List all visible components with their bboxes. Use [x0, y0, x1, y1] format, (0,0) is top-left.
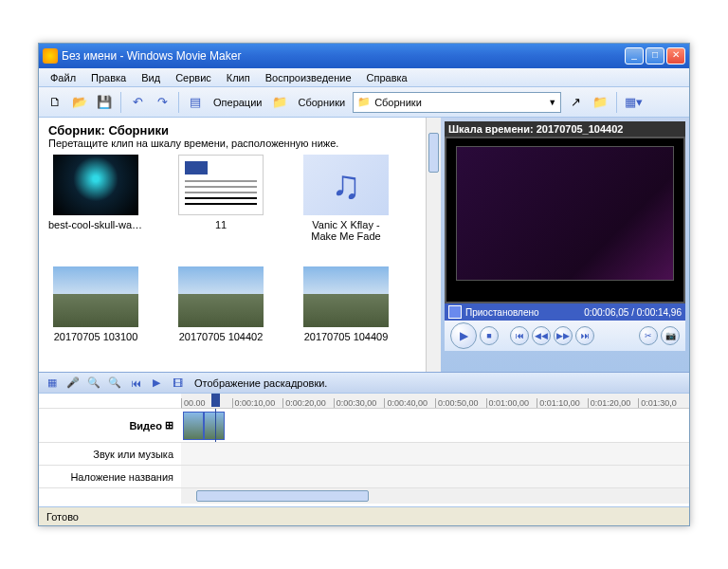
- menu-play[interactable]: Воспроизведение: [258, 70, 359, 85]
- thumbnail-grid: best-cool-skull-wallpap... 11 Vanic X Kf…: [48, 155, 416, 342]
- undo-button[interactable]: ↶: [127, 92, 148, 113]
- menubar: Файл Правка Вид Сервис Клип Воспроизведе…: [39, 68, 689, 87]
- titlebar[interactable]: Без имени - Windows Movie Maker _ □ ✕: [39, 44, 689, 68]
- preview-screen[interactable]: [445, 137, 685, 303]
- storyboard-icon[interactable]: 🎞: [170, 376, 185, 391]
- zoom-in-button[interactable]: 🔍: [86, 376, 101, 391]
- thumbnail-label: 20170705 104402: [173, 331, 268, 342]
- timeline-tool-1[interactable]: ▦: [45, 376, 60, 391]
- timeline-rewind-button[interactable]: ⏮: [128, 376, 143, 391]
- vertical-scrollbar[interactable]: [426, 118, 441, 372]
- menu-file[interactable]: Файл: [43, 70, 83, 85]
- menu-clip[interactable]: Клип: [219, 70, 258, 85]
- up-level-button[interactable]: ↗: [565, 92, 586, 113]
- open-button[interactable]: 📂: [69, 92, 90, 113]
- zoom-out-button[interactable]: 🔍: [107, 376, 122, 391]
- collections-label[interactable]: Сборники: [294, 97, 349, 108]
- save-button[interactable]: 💾: [94, 92, 115, 113]
- ruler-label-spacer: [39, 394, 181, 409]
- collection-title: Сборник: Сборники: [48, 123, 416, 138]
- preview-title: Шкала времени: 20170705_104402: [445, 121, 685, 137]
- thumbnail-label: 20170705 104409: [299, 331, 393, 342]
- storyboard-label[interactable]: Отображение раскадровки.: [194, 377, 327, 389]
- clip-thumbnail[interactable]: Vanic X Kflay - Make Me Fade: [299, 155, 393, 242]
- time-tick: 0:01:00,00: [486, 398, 537, 408]
- play-button[interactable]: ▶: [450, 322, 477, 349]
- toolbar-separator: [178, 92, 179, 113]
- window-controls: _ □ ✕: [625, 47, 685, 64]
- window-title: Без имени - Windows Movie Maker: [62, 49, 625, 63]
- thumbnail-image: [303, 155, 389, 215]
- collection-pane: Сборник: Сборники Перетащите клип на шка…: [39, 118, 426, 372]
- new-button[interactable]: 🗋: [45, 92, 65, 113]
- close-button[interactable]: ✕: [666, 47, 685, 64]
- timeline-clip[interactable]: [204, 412, 225, 440]
- thumbnail-image: [178, 266, 264, 327]
- time-tick: 0:00:50,00: [435, 398, 486, 408]
- time-tick: 0:00:10,00: [232, 398, 283, 408]
- thumbnail-label: 11: [173, 219, 268, 230]
- preview-status-bar: Приостановлено 0:00:06,05 / 0:00:14,96: [445, 303, 685, 321]
- app-icon: [43, 48, 58, 64]
- minimize-button[interactable]: _: [625, 47, 644, 64]
- menu-service[interactable]: Сервис: [168, 70, 219, 85]
- preview-controls: ▶ ■ ⏮ ◀◀ ▶▶ ⏭ ✂ 📷: [445, 321, 685, 351]
- video-track[interactable]: [181, 409, 689, 443]
- clip-thumbnail[interactable]: 11: [173, 155, 268, 242]
- rewind-button[interactable]: ◀◀: [532, 326, 551, 345]
- statusbar: Готово: [39, 506, 689, 525]
- chevron-down-icon: ▼: [548, 98, 556, 107]
- redo-button[interactable]: ↷: [152, 92, 173, 113]
- menu-edit[interactable]: Правка: [83, 70, 134, 85]
- prev-button[interactable]: ⏮: [510, 326, 529, 345]
- clip-thumbnail[interactable]: 20170705 104409: [299, 266, 393, 342]
- title-overlay-track[interactable]: [181, 466, 689, 488]
- thumbnail-image: [53, 155, 138, 215]
- narrate-button[interactable]: 🎤: [65, 376, 81, 391]
- time-ruler[interactable]: 00.00 0:00:10,00 0:00:20,00 0:00:30,00 0…: [181, 394, 689, 409]
- playhead[interactable]: [215, 409, 216, 442]
- timeline: Видео ⊞ Звук или музыка Наложение назван…: [39, 393, 689, 506]
- main-area: Сборник: Сборники Перетащите клип на шка…: [39, 118, 689, 372]
- toolbar-separator: [120, 92, 121, 113]
- time-tick: 00.00: [181, 398, 232, 408]
- clip-thumbnail[interactable]: 20170705 103100: [48, 266, 143, 342]
- menu-help[interactable]: Справка: [359, 70, 415, 85]
- thumbnail-label: 20170705 103100: [48, 331, 143, 342]
- menu-view[interactable]: Вид: [134, 70, 168, 85]
- new-folder-button[interactable]: 📁: [590, 92, 610, 113]
- status-text: Готово: [46, 511, 79, 523]
- timeline-labels: Видео ⊞ Звук или музыка Наложение назван…: [39, 394, 181, 506]
- timeline-clip[interactable]: [183, 412, 204, 440]
- collections-icon[interactable]: 📁: [269, 92, 290, 113]
- clip-thumbnail[interactable]: 20170705 104402: [173, 266, 268, 342]
- horizontal-scrollbar[interactable]: [181, 488, 689, 504]
- split-button[interactable]: ✂: [639, 326, 658, 345]
- thumbnail-image: [303, 266, 389, 327]
- view-mode-button[interactable]: ▦▾: [623, 92, 644, 113]
- stop-button[interactable]: ■: [480, 326, 499, 345]
- clip-thumbnail[interactable]: best-cool-skull-wallpap...: [48, 155, 143, 242]
- timeline-tracks[interactable]: 00.00 0:00:10,00 0:00:20,00 0:00:30,00 0…: [181, 394, 689, 506]
- snapshot-button[interactable]: 📷: [661, 326, 680, 345]
- audio-track-label: Звук или музыка: [39, 443, 181, 466]
- next-button[interactable]: ⏭: [575, 326, 594, 345]
- collections-combo[interactable]: 📁 Сборники ▼: [353, 92, 561, 113]
- timeline-toolbar: ▦ 🎤 🔍 🔍 ⏮ ▶ 🎞 Отображение раскадровки.: [39, 372, 689, 393]
- time-tick: 0:00:40,00: [384, 398, 435, 408]
- folder-icon: 📁: [357, 96, 371, 108]
- preview-pane: Шкала времени: 20170705_104402 Приостано…: [441, 118, 689, 372]
- forward-button[interactable]: ▶▶: [554, 326, 573, 345]
- status-icon: [448, 305, 462, 319]
- thumbnail-label: Vanic X Kflay - Make Me Fade: [299, 219, 393, 242]
- title-track-label: Наложение названия: [39, 466, 181, 488]
- audio-track[interactable]: [181, 443, 689, 466]
- operations-label[interactable]: Операции: [209, 97, 265, 108]
- timeline-play-button[interactable]: ▶: [149, 376, 164, 391]
- video-track-label: Видео ⊞: [39, 409, 181, 443]
- tasks-icon[interactable]: ▤: [185, 92, 206, 113]
- time-tick: 0:01:20,00: [588, 398, 639, 408]
- time-tick: 0:01:10,00: [537, 398, 588, 408]
- maximize-button[interactable]: □: [646, 47, 664, 64]
- time-tick: 0:01:30,0: [638, 398, 689, 408]
